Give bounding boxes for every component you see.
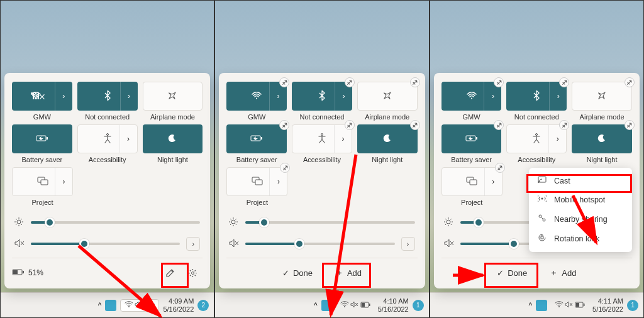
volume-slider[interactable] <box>245 243 394 245</box>
accessibility-expand[interactable]: › <box>119 125 137 153</box>
wifi-label: GMW <box>248 113 265 121</box>
battery-saver-label: Battery saver <box>451 156 492 163</box>
accessibility-tile[interactable]: › <box>292 124 352 153</box>
audio-output-button[interactable]: › <box>401 237 415 251</box>
edit-button[interactable] <box>160 263 180 282</box>
svg-point-21 <box>128 306 130 307</box>
tray-chevron-up-icon[interactable]: ^ <box>98 301 102 310</box>
airplane-tile[interactable] <box>143 82 203 111</box>
unpin-wifi[interactable] <box>494 77 504 87</box>
unpin-battery-saver[interactable] <box>494 120 504 130</box>
taskbar-clock[interactable]: 4:09 AM 5/16/2022 <box>163 297 194 312</box>
hotspot-icon <box>538 194 548 205</box>
svg-point-70 <box>539 215 541 217</box>
system-tray[interactable] <box>120 299 159 312</box>
popup-rotation-lock[interactable]: Rotation lock <box>531 229 630 248</box>
volume-slider[interactable] <box>31 243 180 245</box>
brightness-slider-row <box>229 215 414 230</box>
bluetooth-tile[interactable]: › <box>77 82 138 111</box>
notification-badge[interactable]: 1 <box>627 300 638 311</box>
notification-badge[interactable]: 1 <box>413 300 424 311</box>
accessibility-icon <box>103 133 112 145</box>
bluetooth-icon <box>104 90 111 102</box>
battery-saver-label: Battery saver <box>236 156 277 163</box>
unpin-accessibility[interactable] <box>345 120 355 130</box>
project-expand[interactable]: › <box>55 168 72 195</box>
bluetooth-tile[interactable]: › <box>506 82 567 111</box>
brightness-slider[interactable] <box>31 221 200 224</box>
svg-line-41 <box>236 219 237 220</box>
accessibility-tile[interactable]: › <box>506 124 567 153</box>
battery-saver-tile[interactable] <box>226 124 287 153</box>
audio-output-button[interactable]: › <box>186 237 200 251</box>
svg-line-39 <box>236 224 237 225</box>
airplane-tile[interactable] <box>357 82 418 111</box>
wifi-tile[interactable]: › <box>226 82 287 111</box>
airplane-icon <box>382 90 392 102</box>
project-tile[interactable]: › <box>226 167 287 196</box>
taskbar-clock[interactable]: 4:10 AM 5/16/2022 <box>378 297 409 312</box>
unpin-battery-saver[interactable] <box>279 120 289 130</box>
project-tile[interactable]: › <box>441 167 502 196</box>
bluetooth-expand[interactable]: › <box>120 82 138 111</box>
system-tray[interactable] <box>336 300 374 311</box>
unpin-project[interactable] <box>280 163 290 173</box>
battery-saver-tile[interactable] <box>12 124 72 153</box>
project-icon <box>252 177 263 187</box>
tray-app-icon[interactable] <box>105 300 116 311</box>
night-light-tile[interactable] <box>357 124 418 153</box>
unpin-bluetooth[interactable] <box>559 77 569 87</box>
wifi-tray-icon <box>125 301 133 310</box>
airplane-tile[interactable] <box>572 82 632 111</box>
unpin-night-light[interactable] <box>410 120 420 130</box>
taskbar-date: 5/16/2022 <box>378 305 409 313</box>
chevron-right-icon: › <box>277 92 280 101</box>
night-light-tile[interactable] <box>143 124 203 153</box>
svg-line-63 <box>450 224 452 225</box>
taskbar: ^ 4:09 AM 5/16/2022 2 <box>1 292 214 317</box>
add-popup: Cast Mobile hotspot Nearby sharing Rotat… <box>529 168 632 252</box>
done-button[interactable]: ✓ Done <box>488 263 536 282</box>
accessibility-tile[interactable]: › <box>77 124 138 153</box>
popup-mobile-hotspot[interactable]: Mobile hotspot <box>531 190 630 209</box>
settings-button[interactable] <box>182 263 203 282</box>
svg-rect-49 <box>362 303 365 307</box>
svg-point-27 <box>256 98 257 99</box>
add-button[interactable]: ＋ Add <box>326 263 370 282</box>
unpin-airplane[interactable] <box>410 77 420 87</box>
taskbar: ^ 4:10 AM 5/16/2022 1 <box>215 292 428 317</box>
svg-point-71 <box>543 219 545 221</box>
done-button[interactable]: ✓ Done <box>274 263 321 282</box>
tray-chevron-up-icon[interactable]: ^ <box>314 301 318 310</box>
wifi-label: GMW <box>33 113 51 121</box>
bluetooth-tile[interactable]: › <box>292 82 352 111</box>
svg-rect-26 <box>153 304 155 306</box>
popup-cast[interactable]: Cast <box>531 172 630 190</box>
tray-app-icon[interactable] <box>536 300 547 311</box>
chevron-right-icon: › <box>341 134 344 143</box>
taskbar-clock[interactable]: 4:11 AM 5/16/2022 <box>592 297 623 312</box>
unpin-night-light[interactable] <box>625 120 635 130</box>
battery-saver-tile[interactable] <box>441 124 502 153</box>
project-tile[interactable]: › <box>12 167 73 196</box>
system-tray[interactable] <box>551 300 589 311</box>
unpin-wifi[interactable] <box>279 77 289 87</box>
svg-line-65 <box>450 219 452 220</box>
popup-nearby-sharing[interactable]: Nearby sharing <box>531 209 630 229</box>
svg-point-2 <box>106 133 108 135</box>
night-light-tile[interactable] <box>572 124 632 153</box>
unpin-project[interactable] <box>495 163 505 173</box>
svg-rect-29 <box>261 137 262 140</box>
brightness-slider[interactable] <box>245 221 414 224</box>
wifi-tile[interactable]: ⨯︎ 📶︎ › <box>12 82 72 111</box>
wifi-tile[interactable]: › <box>441 82 502 111</box>
tray-app-icon[interactable] <box>321 300 333 311</box>
tray-chevron-up-icon[interactable]: ^ <box>528 301 532 310</box>
unpin-airplane[interactable] <box>625 77 635 87</box>
battery-icon <box>12 268 25 278</box>
notification-badge[interactable]: 2 <box>197 300 209 311</box>
unpin-bluetooth[interactable] <box>345 77 355 87</box>
unpin-accessibility[interactable] <box>559 120 569 130</box>
wifi-expand[interactable]: › <box>55 82 72 111</box>
add-button[interactable]: ＋ Add <box>541 263 585 282</box>
